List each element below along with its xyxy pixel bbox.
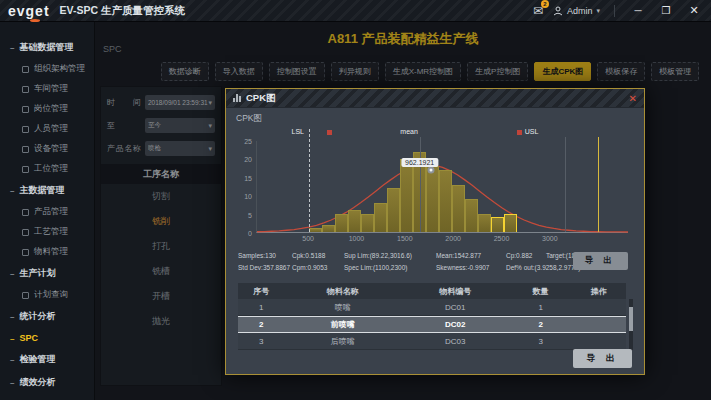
table-cell: 前喷嘴 <box>285 319 401 330</box>
sidebar-item-label: 计划查询 <box>34 289 68 301</box>
histogram-bar[interactable] <box>491 217 504 232</box>
sidebar-item-人员管理[interactable]: 人员管理 <box>0 119 94 139</box>
table-cell: 后喷嘴 <box>285 336 401 347</box>
sidebar-item-车间管理[interactable]: 车间管理 <box>0 79 94 99</box>
sidebar-group-绩效分析[interactable]: –绩效分析 <box>0 371 94 394</box>
histogram-bar[interactable] <box>426 166 439 232</box>
table-header-物料编号: 物料编号 <box>401 286 510 297</box>
export-chart-button[interactable]: 导 出 <box>573 252 628 270</box>
collapse-icon: – <box>10 334 14 343</box>
modal-title: CPK图 <box>246 92 276 105</box>
x-tick-label: 2000 <box>445 235 461 242</box>
histogram-bar[interactable] <box>504 214 517 232</box>
sidebar-group-基础数据管理[interactable]: –基础数据管理 <box>0 36 94 59</box>
sidebar-item-计划查询[interactable]: 计划查询 <box>0 285 94 305</box>
histogram-bar[interactable] <box>348 210 361 232</box>
close-button[interactable]: ✕ <box>685 4 703 17</box>
data-tooltip: 962.1921 <box>401 158 438 167</box>
table-header-row: 序号物料名称物料编号数量操作 <box>238 283 626 299</box>
sidebar-group-label: 基础数据管理 <box>19 41 73 54</box>
maximize-button[interactable]: ❐ <box>657 5 675 16</box>
histogram-bar[interactable] <box>465 199 478 232</box>
histogram-bar[interactable] <box>439 170 452 232</box>
x-tick-label: 2500 <box>494 235 510 242</box>
histogram-bar[interactable] <box>322 225 335 232</box>
histogram-bar[interactable] <box>374 203 387 232</box>
sidebar-item-label: 车间管理 <box>34 83 68 95</box>
marker-vline-yellow <box>598 137 599 232</box>
table-scrollbar[interactable] <box>629 299 633 350</box>
sidebar-group-label: 统计分析 <box>19 310 55 323</box>
chevron-down-icon: ▾ <box>596 7 600 15</box>
sidebar-group-label: SPC <box>19 333 38 343</box>
histogram-bar[interactable] <box>309 228 322 232</box>
table-row[interactable]: 1喷嘴DC011 <box>238 299 626 316</box>
histogram-bar[interactable] <box>452 185 465 232</box>
sidebar-group-统计分析[interactable]: –统计分析 <box>0 305 94 328</box>
user-icon <box>553 6 563 16</box>
sidebar-item-label: 设备管理 <box>34 143 68 155</box>
cpk-modal: CPK图 ✕ CPK图 LSLmeanUSL 2520151050 500100… <box>225 88 645 375</box>
sidebar-group-label: 检验管理 <box>19 353 55 366</box>
sidebar-group-label: 主数据管理 <box>19 184 64 197</box>
sidebar-group-生产计划[interactable]: –生产计划 <box>0 262 94 285</box>
table-cell: DC03 <box>401 337 510 346</box>
histogram-bar[interactable] <box>478 214 491 232</box>
sidebar-item-工位管理[interactable]: 工位管理 <box>0 159 94 179</box>
stats-panel: Samples:130Cpk:0.5188Sup Lim:(89.22,3016… <box>238 249 632 275</box>
table-row[interactable]: 3后喷嘴DC033 <box>238 333 626 350</box>
sidebar-group-检验管理[interactable]: –检验管理 <box>0 348 94 371</box>
marker-label-LSL: LSL <box>292 128 304 135</box>
bullet-icon <box>22 249 29 256</box>
sidebar-group-label: 绩效分析 <box>19 376 55 389</box>
table-row[interactable]: 2前喷嘴DC022 <box>238 316 626 333</box>
stat-value: Samples:130 <box>238 252 292 259</box>
app-logo: evget <box>8 3 50 19</box>
collapse-icon: – <box>10 378 14 387</box>
marker-label-USL: USL <box>525 128 539 135</box>
x-tick-label: 500 <box>302 235 314 242</box>
modal-header[interactable]: CPK图 ✕ <box>226 89 644 108</box>
stat-value: Sup Lim:(89.22,3016.6) <box>344 252 436 259</box>
histogram-bar[interactable] <box>400 159 413 232</box>
sidebar-item-物料管理[interactable]: 物料管理 <box>0 242 94 262</box>
sidebar-item-岗位管理[interactable]: 岗位管理 <box>0 99 94 119</box>
y-tick-label: 10 <box>232 193 252 200</box>
sidebar-item-工艺管理[interactable]: 工艺管理 <box>0 222 94 242</box>
table-header-操作: 操作 <box>572 286 626 297</box>
sidebar-item-产品管理[interactable]: 产品管理 <box>0 202 94 222</box>
user-menu[interactable]: Admin ▾ <box>553 6 600 16</box>
stat-value: Def% out:(3.9258,2.9771) <box>506 264 546 271</box>
data-point-marker[interactable] <box>427 166 434 173</box>
app-title: EV-SPC 生产质量管控系统 <box>60 4 185 18</box>
histogram-bar[interactable] <box>361 214 374 232</box>
histogram-bar[interactable] <box>335 214 348 232</box>
marker-tick-red <box>517 130 522 135</box>
bullet-icon <box>22 166 29 173</box>
divider <box>614 5 615 17</box>
sidebar-item-组织架构管理[interactable]: 组织架构管理 <box>0 59 94 79</box>
sidebar-item-设备管理[interactable]: 设备管理 <box>0 139 94 159</box>
y-tick-label: 15 <box>232 174 252 181</box>
scrollbar-thumb[interactable] <box>629 307 633 331</box>
stat-value: Cpk:0.5188 <box>292 252 344 259</box>
sidebar-group-系统管理[interactable]: –系统管理 <box>0 394 94 400</box>
mail-icon[interactable]: ✉2 <box>533 4 543 18</box>
sidebar-group-SPC[interactable]: –SPC <box>0 328 94 348</box>
table-header-物料名称: 物料名称 <box>285 286 401 297</box>
y-tick-label: 25 <box>232 138 252 145</box>
table-cell: 1 <box>238 303 285 312</box>
x-tick-label: 1000 <box>349 235 365 242</box>
table-cell: 喷嘴 <box>285 302 401 313</box>
table-cell: DC02 <box>401 320 510 329</box>
notification-badge: 2 <box>541 0 549 8</box>
export-table-button[interactable]: 导 出 <box>573 349 632 368</box>
stat-value: Mean:1542.877 <box>436 252 506 259</box>
histogram-bar[interactable] <box>387 188 400 232</box>
modal-close-icon[interactable]: ✕ <box>629 93 637 104</box>
table-header-序号: 序号 <box>238 286 285 297</box>
minimize-button[interactable]: ─ <box>629 5 647 16</box>
sidebar-item-label: 岗位管理 <box>34 103 68 115</box>
sidebar-group-主数据管理[interactable]: –主数据管理 <box>0 179 94 202</box>
x-tick-label: 3000 <box>542 235 558 242</box>
